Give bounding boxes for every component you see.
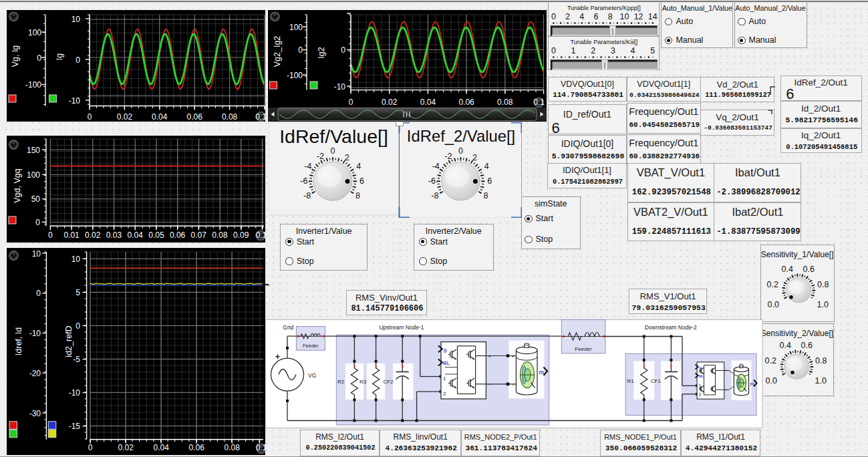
svg-text:-30: -30 [29,409,41,418]
svg-text:3: 3 [611,46,615,55]
svg-text:IdRef/Value[]: IdRef/Value[] [279,126,388,147]
svg-text:-5: -5 [73,355,80,364]
svg-text:0: 0 [551,12,556,21]
svg-text:8: 8 [484,191,488,200]
svg-text:5: 5 [650,46,655,55]
svg-text:BL: BL [443,360,450,366]
svg-text:-20: -20 [29,369,41,378]
svg-text:Grid: Grid [283,324,293,331]
svg-text:0.1: 0.1 [256,443,265,452]
svg-text:14: 14 [648,12,658,21]
svg-text:2: 2 [699,392,702,397]
svg-text:10: 10 [32,249,41,259]
svg-text:0: 0 [458,146,463,156]
svg-text:Tunable Parameters/Kppp[]: Tunable Parameters/Kppp[] [567,5,641,11]
svg-text:0: 0 [35,218,40,227]
svg-text:0.07: 0.07 [191,231,207,240]
svg-text:Idref, Id: Idref, Id [14,327,23,355]
svg-text:0.6: 0.6 [801,341,813,350]
svg-text:0: 0 [37,53,41,63]
svg-text:0.03: 0.03 [106,231,122,240]
svg-text:-4: -4 [304,162,311,171]
svg-text:0.6: 0.6 [803,265,815,274]
svg-text:Upstream Node-1: Upstream Node-1 [379,324,424,331]
svg-text:0: 0 [551,46,556,55]
svg-text:4: 4 [356,162,361,171]
svg-text:0.05: 0.05 [148,231,164,240]
svg-text:0.1: 0.1 [256,231,265,240]
svg-text:0.04: 0.04 [152,112,168,122]
svg-text:0: 0 [76,321,80,331]
svg-text:+: + [512,354,515,359]
svg-text:0: 0 [76,55,80,65]
svg-text:0.04: 0.04 [420,98,436,107]
svg-text:8: 8 [608,12,613,21]
svg-text:0.06: 0.06 [187,112,203,122]
svg-text:Vgd, Vgq: Vgd, Vgq [13,168,22,202]
svg-text:0.08: 0.08 [497,98,513,107]
svg-text:0.0: 0.0 [768,299,779,309]
svg-text:-8: -8 [431,191,438,200]
svg-text:4: 4 [630,46,635,55]
svg-text:0.8: 0.8 [815,355,827,365]
svg-text:0.4: 0.4 [782,265,793,274]
svg-text:0.08: 0.08 [225,443,241,452]
svg-text:-4: -4 [432,162,440,171]
svg-text:-6: -6 [300,176,307,186]
svg-text:2: 2 [565,12,570,21]
svg-text:R1: R1 [627,378,634,384]
svg-text:0.0: 0.0 [766,375,777,385]
svg-text:0.04: 0.04 [154,443,170,452]
svg-text:-10: -10 [29,329,41,338]
svg-text:0: 0 [88,443,93,452]
svg-text:m: m [750,382,754,386]
svg-text:1: 1 [571,46,575,55]
svg-text:id2_refD: id2_refD [64,325,74,357]
svg-text:-15: -15 [69,422,81,431]
svg-text:0.02: 0.02 [118,443,134,452]
svg-text:8: 8 [355,191,360,200]
svg-text:0.02: 0.02 [85,231,101,240]
svg-text:Sensitivity_2/Value[]: Sensitivity_2/Value[] [761,329,834,338]
svg-text:0: 0 [349,98,353,107]
svg-text:2: 2 [443,391,446,397]
svg-text:5: 5 [76,288,80,297]
svg-text:0.06: 0.06 [458,98,474,107]
svg-text:10: 10 [71,15,81,24]
svg-text:6: 6 [487,176,492,186]
svg-text:1: 1 [443,375,446,382]
svg-text:0.4: 0.4 [780,341,791,350]
svg-text:Ig2: Ig2 [317,47,326,58]
svg-text:-2: -2 [317,152,324,161]
svg-text:1.0: 1.0 [817,299,829,309]
svg-text:6: 6 [359,176,364,186]
svg-text:-10: -10 [334,82,346,92]
svg-text:0: 0 [298,45,303,55]
svg-text:-10: -10 [69,388,81,398]
svg-text:100: 100 [27,170,40,180]
svg-text:0: 0 [36,289,41,298]
svg-text:12: 12 [633,12,643,21]
svg-text:Feeder: Feeder [303,343,319,349]
svg-text:100: 100 [28,28,41,37]
svg-text:2: 2 [472,153,477,162]
svg-text:g: g [444,347,447,353]
svg-text:2: 2 [345,153,349,162]
svg-text:150: 150 [27,146,40,155]
svg-text:0.08: 0.08 [222,112,238,122]
svg-text:0.06: 0.06 [170,231,186,240]
svg-text:Vg, Ig: Vg, Ig [11,45,20,67]
svg-text:4: 4 [484,162,489,171]
svg-text:0.04: 0.04 [128,231,144,240]
svg-text:0: 0 [341,45,345,55]
svg-text:Sensitivity_1/Value[]: Sensitivity_1/Value[] [761,250,834,259]
svg-text:0.2: 0.2 [765,355,776,365]
svg-text:100: 100 [289,23,303,32]
svg-text:Ig: Ig [55,53,64,60]
svg-text:Tunable Parameters/Kiii[]: Tunable Parameters/Kiii[] [570,39,637,45]
svg-text:CF1: CF1 [651,378,662,384]
svg-text:0: 0 [331,146,335,156]
svg-text:R3: R3 [359,379,367,385]
svg-text:-: - [513,382,515,388]
svg-text:0.1: 0.1 [533,98,545,107]
